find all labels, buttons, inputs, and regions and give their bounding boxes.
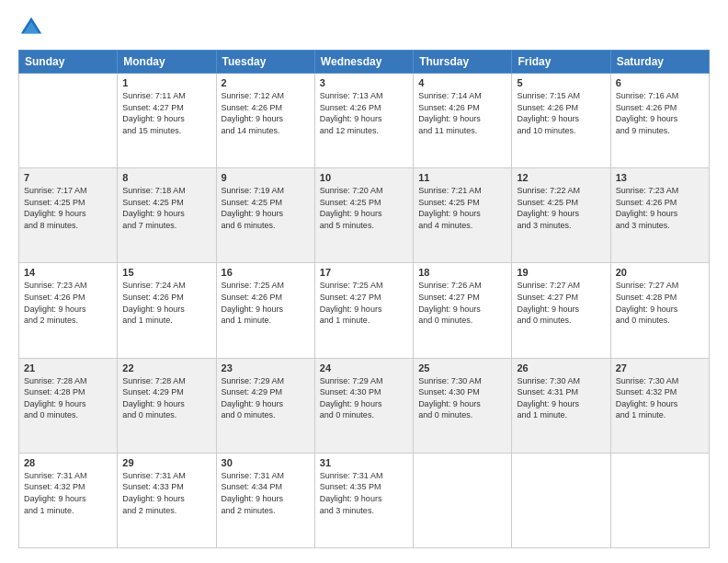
weekday-header-saturday: Saturday	[610, 51, 709, 74]
week-row-2: 7Sunrise: 7:17 AMSunset: 4:25 PMDaylight…	[19, 168, 710, 263]
calendar-cell: 31Sunrise: 7:31 AMSunset: 4:35 PMDayligh…	[314, 453, 413, 547]
calendar-cell: 1Sunrise: 7:11 AMSunset: 4:27 PMDaylight…	[118, 74, 216, 168]
header	[18, 15, 710, 40]
day-number: 6	[616, 77, 704, 88]
weekday-header-tuesday: Tuesday	[216, 51, 314, 74]
day-info: Sunrise: 7:25 AMSunset: 4:27 PMDaylight:…	[320, 280, 408, 326]
calendar-cell: 27Sunrise: 7:30 AMSunset: 4:32 PMDayligh…	[610, 358, 709, 453]
calendar-cell: 25Sunrise: 7:30 AMSunset: 4:30 PMDayligh…	[414, 358, 512, 453]
week-row-3: 14Sunrise: 7:23 AMSunset: 4:26 PMDayligh…	[19, 263, 710, 358]
calendar-cell: 2Sunrise: 7:12 AMSunset: 4:26 PMDaylight…	[216, 74, 314, 168]
day-info: Sunrise: 7:31 AMSunset: 4:35 PMDaylight:…	[320, 470, 408, 516]
day-number: 12	[517, 172, 605, 183]
calendar-cell: 17Sunrise: 7:25 AMSunset: 4:27 PMDayligh…	[314, 263, 413, 358]
day-info: Sunrise: 7:29 AMSunset: 4:30 PMDaylight:…	[320, 375, 408, 421]
day-number: 3	[320, 77, 408, 88]
day-number: 10	[320, 172, 408, 183]
calendar-cell: 30Sunrise: 7:31 AMSunset: 4:34 PMDayligh…	[216, 453, 314, 547]
day-info: Sunrise: 7:13 AMSunset: 4:26 PMDaylight:…	[320, 90, 408, 136]
logo	[18, 15, 48, 40]
week-row-5: 28Sunrise: 7:31 AMSunset: 4:32 PMDayligh…	[19, 453, 710, 547]
day-info: Sunrise: 7:30 AMSunset: 4:30 PMDaylight:…	[418, 375, 506, 421]
day-number: 31	[320, 457, 408, 468]
day-info: Sunrise: 7:23 AMSunset: 4:26 PMDaylight:…	[616, 185, 704, 231]
logo-icon	[18, 15, 44, 40]
day-info: Sunrise: 7:19 AMSunset: 4:25 PMDaylight:…	[222, 185, 310, 231]
calendar-cell: 4Sunrise: 7:14 AMSunset: 4:26 PMDaylight…	[414, 74, 512, 168]
day-info: Sunrise: 7:29 AMSunset: 4:29 PMDaylight:…	[222, 375, 310, 421]
day-info: Sunrise: 7:21 AMSunset: 4:25 PMDaylight:…	[418, 185, 506, 231]
calendar-cell: 20Sunrise: 7:27 AMSunset: 4:28 PMDayligh…	[610, 263, 709, 358]
calendar-cell: 14Sunrise: 7:23 AMSunset: 4:26 PMDayligh…	[19, 263, 118, 358]
calendar-cell: 11Sunrise: 7:21 AMSunset: 4:25 PMDayligh…	[414, 168, 512, 263]
day-info: Sunrise: 7:25 AMSunset: 4:26 PMDaylight:…	[222, 280, 310, 326]
weekday-header-monday: Monday	[118, 51, 216, 74]
calendar-cell: 29Sunrise: 7:31 AMSunset: 4:33 PMDayligh…	[118, 453, 216, 547]
day-number: 14	[24, 267, 112, 278]
day-info: Sunrise: 7:12 AMSunset: 4:26 PMDaylight:…	[222, 90, 310, 136]
calendar-cell: 21Sunrise: 7:28 AMSunset: 4:28 PMDayligh…	[19, 358, 118, 453]
day-number: 22	[122, 362, 210, 373]
day-info: Sunrise: 7:28 AMSunset: 4:28 PMDaylight:…	[24, 375, 112, 421]
day-info: Sunrise: 7:17 AMSunset: 4:25 PMDaylight:…	[24, 185, 112, 231]
day-info: Sunrise: 7:31 AMSunset: 4:34 PMDaylight:…	[222, 470, 310, 516]
day-info: Sunrise: 7:31 AMSunset: 4:32 PMDaylight:…	[24, 470, 112, 516]
calendar-cell: 19Sunrise: 7:27 AMSunset: 4:27 PMDayligh…	[512, 263, 610, 358]
day-number: 24	[320, 362, 408, 373]
day-number: 26	[517, 362, 605, 373]
calendar-cell: 26Sunrise: 7:30 AMSunset: 4:31 PMDayligh…	[512, 358, 610, 453]
calendar-cell: 3Sunrise: 7:13 AMSunset: 4:26 PMDaylight…	[314, 74, 413, 168]
weekday-header-thursday: Thursday	[414, 51, 512, 74]
calendar-cell: 10Sunrise: 7:20 AMSunset: 4:25 PMDayligh…	[314, 168, 413, 263]
calendar-cell: 28Sunrise: 7:31 AMSunset: 4:32 PMDayligh…	[19, 453, 118, 547]
day-number: 18	[418, 267, 506, 278]
calendar-cell	[414, 453, 512, 547]
day-number: 8	[122, 172, 210, 183]
week-row-1: 1Sunrise: 7:11 AMSunset: 4:27 PMDaylight…	[19, 74, 710, 168]
day-number: 16	[222, 267, 310, 278]
day-number: 5	[517, 77, 605, 88]
calendar-cell: 5Sunrise: 7:15 AMSunset: 4:26 PMDaylight…	[512, 74, 610, 168]
day-info: Sunrise: 7:31 AMSunset: 4:33 PMDaylight:…	[122, 470, 210, 516]
day-number: 28	[24, 457, 112, 468]
calendar-cell: 8Sunrise: 7:18 AMSunset: 4:25 PMDaylight…	[118, 168, 216, 263]
calendar-cell: 23Sunrise: 7:29 AMSunset: 4:29 PMDayligh…	[216, 358, 314, 453]
day-number: 7	[24, 172, 112, 183]
day-number: 27	[616, 362, 704, 373]
calendar-cell: 15Sunrise: 7:24 AMSunset: 4:26 PMDayligh…	[118, 263, 216, 358]
day-info: Sunrise: 7:28 AMSunset: 4:29 PMDaylight:…	[122, 375, 210, 421]
weekday-header-sunday: Sunday	[19, 51, 118, 74]
week-row-4: 21Sunrise: 7:28 AMSunset: 4:28 PMDayligh…	[19, 358, 710, 453]
day-info: Sunrise: 7:30 AMSunset: 4:31 PMDaylight:…	[517, 375, 605, 421]
calendar-cell: 9Sunrise: 7:19 AMSunset: 4:25 PMDaylight…	[216, 168, 314, 263]
day-number: 25	[418, 362, 506, 373]
day-info: Sunrise: 7:24 AMSunset: 4:26 PMDaylight:…	[122, 280, 210, 326]
day-number: 1	[122, 77, 210, 88]
calendar-cell	[610, 453, 709, 547]
calendar-cell: 16Sunrise: 7:25 AMSunset: 4:26 PMDayligh…	[216, 263, 314, 358]
day-info: Sunrise: 7:30 AMSunset: 4:32 PMDaylight:…	[616, 375, 704, 421]
day-info: Sunrise: 7:14 AMSunset: 4:26 PMDaylight:…	[418, 90, 506, 136]
day-info: Sunrise: 7:20 AMSunset: 4:25 PMDaylight:…	[320, 185, 408, 231]
day-number: 23	[222, 362, 310, 373]
day-number: 30	[222, 457, 310, 468]
day-info: Sunrise: 7:18 AMSunset: 4:25 PMDaylight:…	[122, 185, 210, 231]
day-number: 11	[418, 172, 506, 183]
day-number: 4	[418, 77, 506, 88]
calendar-cell: 24Sunrise: 7:29 AMSunset: 4:30 PMDayligh…	[314, 358, 413, 453]
calendar-cell: 7Sunrise: 7:17 AMSunset: 4:25 PMDaylight…	[19, 168, 118, 263]
calendar-page: SundayMondayTuesdayWednesdayThursdayFrid…	[0, 0, 728, 563]
day-number: 15	[122, 267, 210, 278]
weekday-header-row: SundayMondayTuesdayWednesdayThursdayFrid…	[19, 51, 710, 74]
day-number: 9	[222, 172, 310, 183]
calendar-cell	[512, 453, 610, 547]
calendar-cell: 18Sunrise: 7:26 AMSunset: 4:27 PMDayligh…	[414, 263, 512, 358]
day-number: 2	[222, 77, 310, 88]
day-info: Sunrise: 7:23 AMSunset: 4:26 PMDaylight:…	[24, 280, 112, 326]
day-number: 17	[320, 267, 408, 278]
day-number: 20	[616, 267, 704, 278]
day-info: Sunrise: 7:27 AMSunset: 4:28 PMDaylight:…	[616, 280, 704, 326]
calendar-cell	[19, 74, 118, 168]
calendar-cell: 12Sunrise: 7:22 AMSunset: 4:25 PMDayligh…	[512, 168, 610, 263]
calendar-cell: 6Sunrise: 7:16 AMSunset: 4:26 PMDaylight…	[610, 74, 709, 168]
